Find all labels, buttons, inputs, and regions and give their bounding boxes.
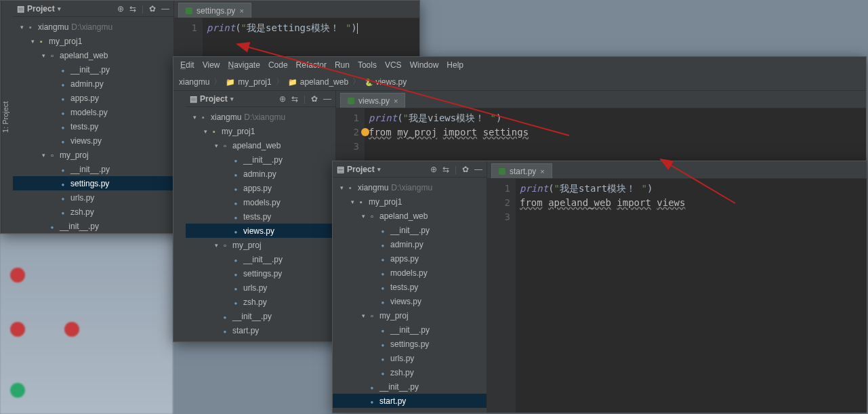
tree-folder[interactable]: apeland_web	[333, 209, 487, 223]
tree-folder[interactable]: my_proj	[186, 238, 335, 252]
tree-file[interactable]: zsh.py	[13, 205, 173, 219]
tree-file[interactable]: urls.py	[13, 190, 173, 205]
tree-folder[interactable]: my_proj1	[186, 124, 335, 138]
tree-file[interactable]: __init__.py	[333, 379, 487, 394]
tree-file[interactable]: __init__.py	[13, 162, 173, 176]
tree-folder[interactable]: my_proj	[333, 308, 487, 323]
menu-help[interactable]: Help	[447, 60, 463, 70]
menu-run[interactable]: Run	[335, 60, 350, 70]
editor-tab[interactable]: start.py ×	[491, 163, 552, 178]
python-file-icon	[499, 168, 505, 175]
breadcrumb-item[interactable]: xiangmu	[179, 77, 209, 87]
tree-file[interactable]: tests.py	[13, 119, 173, 133]
close-icon[interactable]: ×	[394, 97, 398, 105]
menu-navigate[interactable]: Navigate	[228, 60, 260, 70]
target-icon[interactable]: ⊕	[117, 4, 124, 14]
breadcrumb: xiangmu 〉 my_proj1 〉 apeland_web 〉 views…	[173, 73, 866, 91]
chevron-right-icon: 〉	[352, 76, 360, 87]
menu-vcs[interactable]: VCS	[385, 60, 402, 70]
tree-file-selected[interactable]: views.py	[186, 224, 335, 238]
project-icon: ▤	[337, 165, 344, 174]
tree-file[interactable]: settings.py	[333, 337, 487, 351]
tree-file[interactable]: zsh.py	[333, 365, 487, 379]
close-icon[interactable]: ×	[239, 7, 243, 15]
tree-file[interactable]: tests.py	[333, 280, 487, 294]
chevron-right-icon: 〉	[213, 76, 222, 87]
gear-icon[interactable]: ✿	[149, 4, 156, 14]
breadcrumb-item[interactable]: views.py	[365, 77, 407, 87]
menu-window[interactable]: Window	[410, 60, 439, 70]
collapse-icon[interactable]: ⇆	[129, 4, 136, 14]
tree-file[interactable]: settings.py	[186, 266, 335, 281]
tree-root[interactable]: xiangmu D:\xiangmu	[13, 20, 173, 34]
tree-file[interactable]: __init__.py	[333, 323, 487, 337]
collapse-icon[interactable]: ⇆	[442, 165, 449, 174]
minimize-icon[interactable]: —	[161, 4, 169, 14]
menu-edit[interactable]: Edit	[180, 60, 194, 70]
editor-tabs: settings.py ×	[174, 1, 419, 18]
tree-file[interactable]: __init__.py	[333, 223, 487, 237]
tree-file[interactable]: tests.py	[186, 209, 335, 224]
tree-folder[interactable]: my_proj1	[333, 194, 487, 209]
intention-bulb-icon[interactable]	[361, 128, 369, 136]
code-editor[interactable]: 123 print("我是start模块！ ")from apeland_web…	[487, 179, 867, 413]
tree-file[interactable]: urls.py	[333, 351, 487, 365]
project-tree: xiangmu D:\xiangmu my_proj1 apeland_web …	[13, 17, 173, 233]
target-icon[interactable]: ⊕	[279, 94, 286, 104]
target-icon[interactable]: ⊕	[430, 165, 437, 174]
editor-tab[interactable]: settings.py ×	[178, 3, 251, 18]
tree-file[interactable]: __init__.py	[186, 309, 335, 323]
tree-file[interactable]: admin.py	[13, 77, 173, 91]
editor-tab[interactable]: views.py ×	[340, 93, 405, 108]
tree-file[interactable]: __init__.py	[186, 152, 335, 167]
tree-root[interactable]: xiangmu D:\xiangmu	[333, 180, 487, 194]
minimize-icon[interactable]: —	[323, 94, 331, 104]
gear-icon[interactable]: ✿	[462, 165, 469, 174]
breadcrumb-item[interactable]: apeland_web	[288, 77, 348, 87]
project-pane-title[interactable]: ▤ Project ▾	[337, 165, 381, 174]
close-icon[interactable]: ×	[540, 167, 544, 175]
project-pane-header: ▤ Project ▾ ⊕ ⇆ | ✿ —	[13, 1, 173, 17]
tree-file[interactable]: __init__.py	[186, 252, 335, 266]
tree-file[interactable]: apps.py	[186, 181, 335, 195]
menu-view[interactable]: View	[203, 60, 220, 70]
menu-code[interactable]: Code	[268, 60, 288, 70]
tree-root[interactable]: xiangmu D:\xiangmu	[186, 110, 335, 124]
tree-file-selected[interactable]: settings.py	[13, 176, 173, 190]
tree-file[interactable]: zsh.py	[186, 295, 335, 309]
tree-file[interactable]: __init__.py	[13, 62, 173, 77]
project-pane: ▤ Project ▾ ⊕ ⇆ | ✿ — xiangmu D:\xiangmu	[186, 91, 336, 341]
chevron-down-icon: ▾	[377, 166, 381, 173]
tool-window-label-project[interactable]: 1: Project	[1, 1, 13, 233]
tree-file[interactable]: apps.py	[333, 251, 487, 266]
tree-file-selected[interactable]: start.py	[333, 394, 487, 408]
minimize-icon[interactable]: —	[474, 165, 482, 174]
project-pane-header: ▤ Project ▾ ⊕ ⇆ | ✿ —	[186, 91, 335, 107]
project-icon: ▤	[190, 94, 197, 104]
tree-folder[interactable]: my_proj	[13, 148, 173, 162]
tree-file[interactable]: models.py	[333, 266, 487, 280]
tree-file[interactable]: models.py	[13, 105, 173, 119]
tree-folder[interactable]: apeland_web	[13, 48, 173, 62]
python-file-icon	[348, 98, 354, 104]
tree-file[interactable]: apps.py	[13, 91, 173, 105]
gear-icon[interactable]: ✿	[311, 94, 318, 104]
tree-folder[interactable]: my_proj1	[13, 34, 173, 48]
tree-folder[interactable]: apeland_web	[186, 138, 335, 152]
tree-file[interactable]: __init__.py	[13, 219, 173, 233]
tree-file[interactable]: views.py	[333, 294, 487, 308]
tree-file[interactable]: urls.py	[186, 281, 335, 295]
tree-file[interactable]: admin.py	[186, 167, 335, 181]
project-pane-title[interactable]: ▤ Project ▾	[190, 94, 234, 104]
collapse-icon[interactable]: ⇆	[291, 94, 298, 104]
code-content[interactable]: print("我是start模块！ ")from apeland_web imp…	[516, 179, 867, 413]
gutter: 123	[487, 179, 516, 413]
menu-refactor[interactable]: Refactor	[296, 60, 327, 70]
breadcrumb-item[interactable]: my_proj1	[226, 77, 271, 87]
tree-file[interactable]: models.py	[186, 195, 335, 209]
project-pane-title[interactable]: ▤ Project ▾	[17, 4, 61, 14]
menu-tools[interactable]: Tools	[358, 60, 377, 70]
tree-file[interactable]: views.py	[13, 133, 173, 148]
tree-file[interactable]: admin.py	[333, 237, 487, 251]
tree-file[interactable]: start.py	[186, 323, 335, 337]
